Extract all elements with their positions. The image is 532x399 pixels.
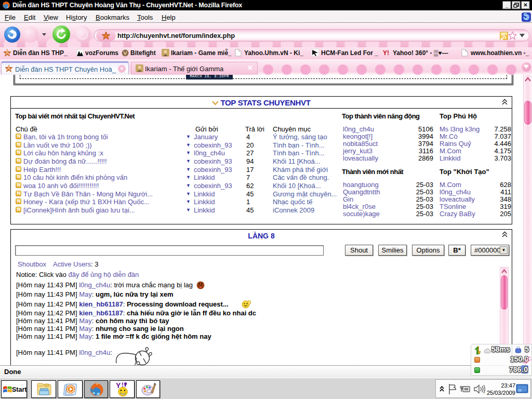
svg-text:Y!: Y! (383, 49, 389, 57)
